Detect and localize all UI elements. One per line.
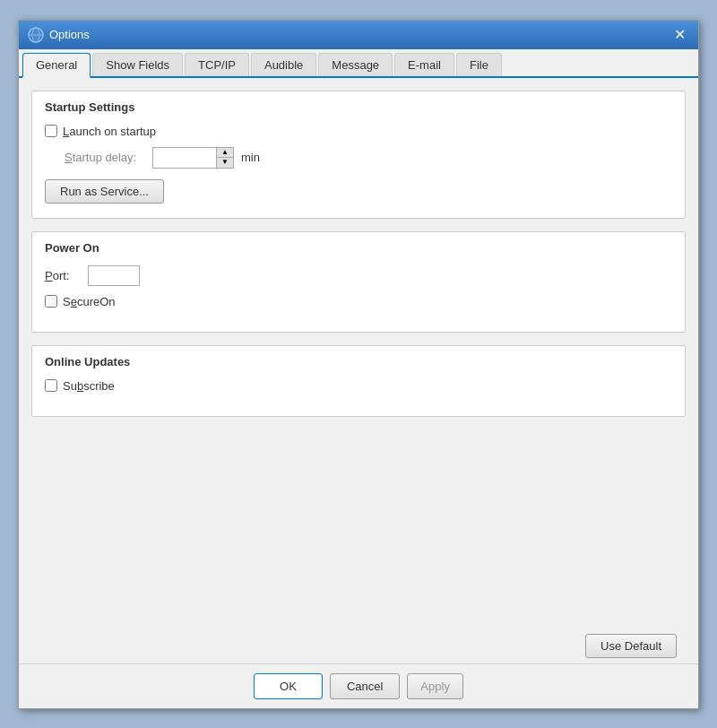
startup-delay-label: Startup delay: xyxy=(65,151,145,164)
tab-tcp-ip[interactable]: TCP/IP xyxy=(185,53,249,76)
title-bar-left: Options xyxy=(28,27,90,43)
subscribe-checkbox[interactable] xyxy=(45,379,57,392)
app-icon xyxy=(28,27,44,43)
secure-on-checkbox[interactable] xyxy=(45,295,57,308)
tab-audible[interactable]: Audible xyxy=(251,53,316,76)
tab-message[interactable]: Message xyxy=(318,53,393,76)
tab-bar: General Show Fields TCP/IP Audible Messa… xyxy=(19,49,698,78)
spinbox-buttons: ▲ ▼ xyxy=(216,148,233,168)
svg-point-4 xyxy=(32,28,39,42)
use-default-row: Use Default xyxy=(19,634,698,663)
port-label: Port: xyxy=(45,269,81,282)
ok-button[interactable]: OK xyxy=(254,673,323,699)
use-default-button[interactable]: Use Default xyxy=(585,634,677,658)
startup-delay-spinbox: 0 ▲ ▼ xyxy=(152,147,234,169)
run-as-service-button[interactable]: Run as Service... xyxy=(45,179,164,204)
options-window: Options ✕ General Show Fields TCP/IP Aud… xyxy=(18,20,699,709)
cancel-button[interactable]: Cancel xyxy=(330,673,400,699)
subscribe-label: Subscribe xyxy=(63,379,115,393)
spinbox-up-button[interactable]: ▲ xyxy=(217,148,233,158)
tab-email[interactable]: E-mail xyxy=(394,53,454,76)
startup-delay-input[interactable]: 0 xyxy=(153,148,216,168)
secure-on-label: SecureOn xyxy=(63,295,116,308)
footer-buttons: OK Cancel Apply xyxy=(19,663,698,708)
online-updates-title: Online Updates xyxy=(45,355,672,368)
tab-file[interactable]: File xyxy=(456,53,502,76)
port-input[interactable]: 9 xyxy=(88,265,140,286)
content-area: Startup Settings Launch on startup Start… xyxy=(19,78,698,634)
power-on-section: Power On Port: 9 SecureOn xyxy=(31,231,686,333)
launch-on-startup-label: Launch on startup xyxy=(63,125,156,138)
spinbox-down-button[interactable]: ▼ xyxy=(217,158,233,168)
tab-general[interactable]: General xyxy=(22,53,91,78)
subscribe-row: Subscribe xyxy=(45,379,672,393)
startup-delay-row: Startup delay: 0 ▲ ▼ min xyxy=(45,147,672,169)
delay-unit-label: min xyxy=(241,151,260,164)
launch-on-startup-checkbox[interactable] xyxy=(45,125,57,137)
online-updates-section: Online Updates Subscribe xyxy=(31,345,686,417)
tab-show-fields[interactable]: Show Fields xyxy=(92,53,183,76)
power-on-title: Power On xyxy=(45,241,672,255)
title-bar: Options ✕ xyxy=(19,21,698,49)
port-row: Port: 9 xyxy=(45,265,672,286)
startup-settings-section: Startup Settings Launch on startup Start… xyxy=(31,91,686,219)
apply-button[interactable]: Apply xyxy=(407,673,463,699)
close-button[interactable]: ✕ xyxy=(669,25,689,45)
secure-on-row: SecureOn xyxy=(45,295,672,308)
startup-settings-title: Startup Settings xyxy=(45,100,672,114)
launch-on-startup-row: Launch on startup xyxy=(45,125,672,138)
window-title: Options xyxy=(49,28,90,41)
